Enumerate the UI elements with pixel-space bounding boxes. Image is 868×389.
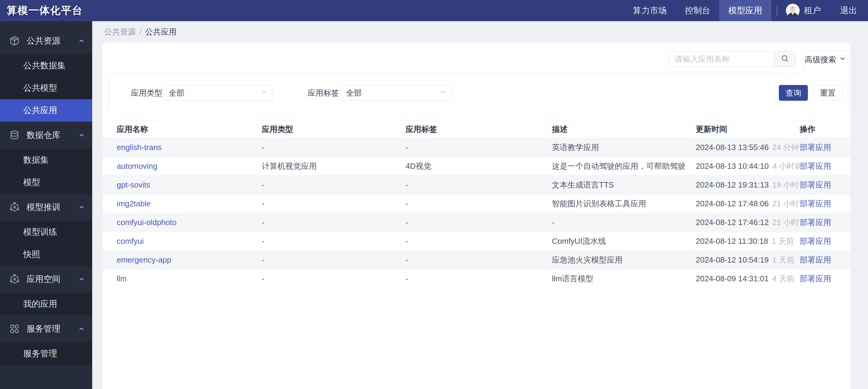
actions-cell: 部署应用 (800, 194, 850, 213)
content-card: 高级搜索 应用类型 全部 应用标签 全部 (103, 43, 850, 389)
chevron-up-icon (78, 203, 86, 211)
deploy-app-link[interactable]: 部署应用 (800, 162, 831, 171)
breadcrumb-current: 公共应用 (145, 27, 177, 37)
table-row: english-trans--英语教学应用2024-08-13 13:55:46… (103, 138, 850, 157)
deploy-app-link[interactable]: 部署应用 (800, 199, 831, 208)
app-name-search (669, 51, 796, 67)
app-name-link[interactable]: gpt-sovits (117, 180, 150, 189)
col-app-type: 应用类型 (262, 120, 406, 138)
actions-cell: 部署应用 (800, 176, 850, 194)
deploy-app-link[interactable]: 部署应用 (800, 255, 831, 265)
sidebar-item-public-models[interactable]: 公共模型 (0, 77, 92, 99)
sidebar-group-public-resources[interactable]: 公共资源 (0, 27, 92, 54)
sidebar-item-datasets[interactable]: 数据集 (0, 149, 92, 171)
actions-cell: 部署应用 (800, 251, 850, 270)
updated-time: 2024-08-12 19:31:13 (696, 180, 769, 189)
sidebar-item-my-apps[interactable]: 我的应用 (0, 293, 92, 315)
sidebar-group-label: 公共资源 (27, 35, 78, 47)
sidebar-item-public-apps[interactable]: 公共应用 (0, 99, 92, 121)
sidebar-group-label: 服务管理 (27, 323, 78, 335)
col-app-name: 应用名称 (103, 120, 262, 138)
deploy-app-link[interactable]: 部署应用 (800, 180, 831, 189)
breadcrumb-separator: / (139, 27, 142, 36)
app-name-cell: english-trans (103, 138, 262, 157)
app-type-cell: - (262, 138, 406, 157)
logout-button[interactable]: 退出 (837, 5, 860, 16)
search-input[interactable] (669, 51, 774, 66)
deploy-app-link[interactable]: 部署应用 (800, 274, 831, 283)
app-name-link[interactable]: comfyui-oldphoto (117, 218, 177, 227)
updated-time: 2024-08-12 11:30:18 (696, 237, 768, 246)
breadcrumb-parent[interactable]: 公共资源 (104, 27, 136, 37)
apps-table-body: english-trans--英语教学应用2024-08-13 13:55:46… (103, 138, 850, 288)
sidebar-item-snapshot[interactable]: 快照 (0, 243, 92, 266)
sidebar-submenu-public-resources: 公共数据集公共模型公共应用 (0, 54, 92, 121)
reset-button[interactable]: 重置 (813, 85, 842, 101)
app-tag-select[interactable]: 全部 (341, 85, 452, 101)
app-type-cell: - (262, 270, 406, 288)
table-row: gpt-sovits--文本生成语言TTS2024-08-12 19:31:13… (103, 176, 850, 194)
app-tag-cell: - (406, 176, 552, 194)
app-name-cell: llm (103, 270, 262, 288)
sidebar-group-app-space[interactable]: 应用空间 (0, 266, 92, 293)
advanced-search-toggle[interactable]: 高级搜索 (803, 50, 848, 74)
app-name-link[interactable]: emergency-app (117, 255, 172, 265)
app-name-cell: comfyui-oldphoto (103, 213, 262, 232)
app-root: { "navbar": { "title": "算模一体化平台", "items… (0, 0, 868, 389)
sidebar-item-service-management-sub[interactable]: 服务管理 (0, 342, 92, 365)
search-button[interactable] (774, 51, 796, 66)
app-name-link[interactable]: llm (117, 274, 127, 283)
navbar-divider (777, 5, 777, 16)
app-type-cell: - (262, 176, 406, 194)
updated-time-relative: 24 分钟前 (772, 143, 800, 152)
app-name-link[interactable]: english-trans (117, 143, 162, 152)
nav-item-console[interactable]: 控制台 (676, 0, 719, 21)
actions-cell: 部署应用 (800, 213, 850, 232)
app-name-link[interactable]: comfyui (117, 237, 144, 246)
sidebar-group-data-warehouse[interactable]: 数据仓库 (0, 121, 92, 149)
chevron-up-icon (78, 37, 86, 45)
app-name-link[interactable]: img2table (117, 199, 151, 208)
package-icon (9, 35, 20, 46)
app-description-cell: - (552, 213, 696, 232)
nav-item-model-apps[interactable]: 模型应用 (719, 0, 771, 21)
updated-time-cell: 2024-08-13 13:55:4624 分钟前 (696, 138, 800, 157)
app-type-select[interactable]: 全部 (163, 85, 273, 101)
app-type-cell: - (262, 194, 406, 213)
updated-time-cell: 2024-08-12 10:54:191 天前 (696, 251, 800, 270)
breadcrumb: 公共资源 / 公共应用 (92, 21, 868, 43)
navbar-right: 算力市场 控制台 模型应用 租户 退出 (624, 0, 868, 21)
sidebar-item-model-train[interactable]: 模型训练 (0, 221, 92, 243)
model-icon (9, 202, 20, 213)
deploy-app-link[interactable]: 部署应用 (800, 218, 831, 227)
updated-time-cell: 2024-08-09 14:31:014 天前 (696, 270, 800, 288)
app-name-cell: comfyui (103, 232, 262, 251)
table-row: comfyui--ComfyUI流水线2024-08-12 11:30:181 … (103, 232, 850, 251)
updated-time: 2024-08-12 17:46:12 (696, 218, 769, 227)
sidebar: 公共资源公共数据集公共模型公共应用数据仓库数据集模型模型推训模型训练快照应用空间… (0, 21, 92, 389)
table-row: llm--llm语言模型2024-08-09 14:31:014 天前部署应用 (103, 270, 850, 288)
updated-time-relative: 21 小时前 (772, 199, 800, 208)
user-avatar-icon (786, 4, 800, 18)
deploy-app-link[interactable]: 部署应用 (800, 237, 831, 246)
tenant-menu[interactable]: 租户 (783, 4, 824, 18)
sidebar-item-models[interactable]: 模型 (0, 171, 92, 194)
table-header-row: 应用名称 应用类型 应用标签 描述 更新时间 操作 (103, 120, 850, 138)
deploy-app-link[interactable]: 部署应用 (800, 143, 831, 152)
updated-time: 2024-08-13 10:44:10 (696, 162, 769, 171)
filter-panel: 应用类型 全部 应用标签 全部 查询 重置 (109, 74, 848, 112)
sidebar-group-label: 模型推训 (27, 201, 78, 213)
app-tag-cell: - (406, 251, 552, 270)
app-name-link[interactable]: automoving (117, 162, 157, 171)
updated-time-relative: 19 小时前 (772, 180, 800, 189)
app-tag-cell: 4D视觉 (406, 157, 552, 176)
sidebar-group-service-management[interactable]: 服务管理 (0, 315, 92, 342)
app-description-cell: 智能图片识别表格工具应用 (552, 194, 696, 213)
top-navbar: 算模一体化平台 算力市场 控制台 模型应用 租户 退出 (0, 0, 868, 21)
sidebar-submenu-model-training-group: 模型训练快照 (0, 221, 92, 266)
nav-item-compute-market[interactable]: 算力市场 (624, 0, 676, 21)
query-button[interactable]: 查询 (779, 85, 808, 101)
sidebar-submenu-app-space: 我的应用 (0, 293, 92, 315)
sidebar-group-model-training-group[interactable]: 模型推训 (0, 194, 92, 221)
sidebar-item-public-datasets[interactable]: 公共数据集 (0, 54, 92, 77)
